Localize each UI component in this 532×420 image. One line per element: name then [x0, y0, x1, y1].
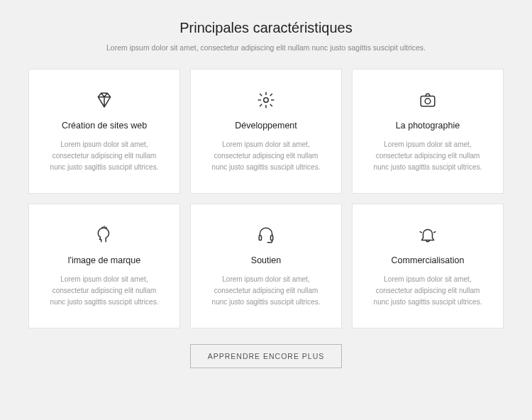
feature-card-brand: l'image de marque Lorem ipsum dolor sit … [28, 204, 180, 328]
card-desc: Lorem ipsum dolor sit amet, consectetur … [206, 274, 326, 308]
card-title: Soutien [251, 255, 281, 265]
card-title: Commercialisation [392, 255, 465, 265]
card-desc: Lorem ipsum dolor sit amet, consectetur … [206, 139, 326, 173]
svg-rect-4 [271, 236, 273, 241]
svg-rect-3 [259, 236, 261, 241]
bell-icon [419, 226, 437, 244]
feature-card-dev: Développement Lorem ipsum dolor sit amet… [190, 69, 342, 194]
headset-icon [257, 226, 275, 244]
feature-card-support: Soutien Lorem ipsum dolor sit amet, cons… [190, 204, 342, 328]
camera-icon [419, 91, 437, 109]
card-title: Développement [235, 121, 297, 131]
feature-card-marketing: Commercialisation Lorem ipsum dolor sit … [352, 204, 504, 328]
card-desc: Lorem ipsum dolor sit amet, consectetur … [368, 274, 487, 308]
card-desc: Lorem ipsum dolor sit amet, consectetur … [45, 274, 164, 308]
head-ideas-icon [95, 226, 113, 244]
card-title: l'image de marque [68, 255, 140, 265]
cta-wrap: APPRENDRE ENCORE PLUS [28, 344, 504, 368]
card-desc: Lorem ipsum dolor sit amet, consectetur … [368, 139, 487, 173]
card-desc: Lorem ipsum dolor sit amet, consectetur … [45, 139, 164, 173]
card-title: La photographie [396, 121, 460, 131]
page-subtitle: Lorem ipsum dolor sit amet, consectetur … [28, 43, 504, 52]
gear-icon [257, 91, 275, 109]
svg-rect-1 [421, 96, 435, 106]
feature-grid: Création de sites web Lorem ipsum dolor … [28, 69, 504, 328]
page-title: Principales caractéristiques [28, 20, 504, 36]
svg-point-2 [425, 99, 431, 104]
svg-point-0 [264, 98, 269, 103]
feature-card-photo: La photographie Lorem ipsum dolor sit am… [352, 69, 504, 194]
feature-card-web: Création de sites web Lorem ipsum dolor … [28, 69, 180, 194]
diamond-icon [95, 91, 113, 109]
card-title: Création de sites web [62, 121, 147, 131]
learn-more-button[interactable]: APPRENDRE ENCORE PLUS [190, 344, 343, 368]
